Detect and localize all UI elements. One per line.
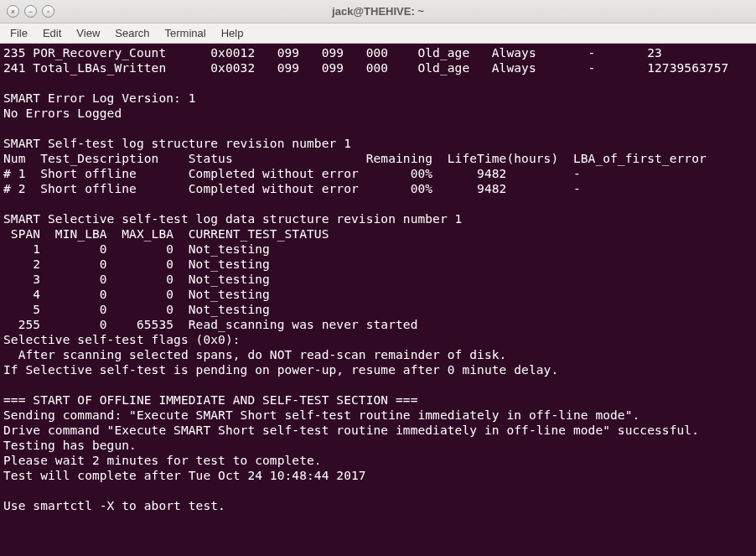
- minimize-icon: −: [28, 8, 33, 16]
- menubar: File Edit View Search Terminal Help: [0, 23, 756, 44]
- close-icon: ×: [11, 8, 15, 16]
- window-title: jack@THEHIVE: ~: [332, 5, 424, 18]
- maximize-icon: ▫: [47, 8, 49, 16]
- menu-terminal[interactable]: Terminal: [158, 25, 213, 41]
- menu-file[interactable]: File: [3, 25, 34, 41]
- minimize-button[interactable]: −: [24, 5, 37, 18]
- menu-view[interactable]: View: [70, 25, 106, 41]
- menu-search[interactable]: Search: [108, 25, 156, 41]
- menu-edit[interactable]: Edit: [36, 25, 68, 41]
- titlebar: × − ▫ jack@THEHIVE: ~: [0, 0, 756, 23]
- close-button[interactable]: ×: [7, 5, 19, 18]
- terminal-output[interactable]: 235 POR_Recovery_Count 0x0012 099 099 00…: [0, 44, 756, 556]
- window-controls: × − ▫: [7, 5, 54, 18]
- menu-help[interactable]: Help: [215, 25, 251, 41]
- terminal-window: × − ▫ jack@THEHIVE: ~ File Edit View Sea…: [0, 0, 756, 556]
- maximize-button[interactable]: ▫: [42, 5, 54, 18]
